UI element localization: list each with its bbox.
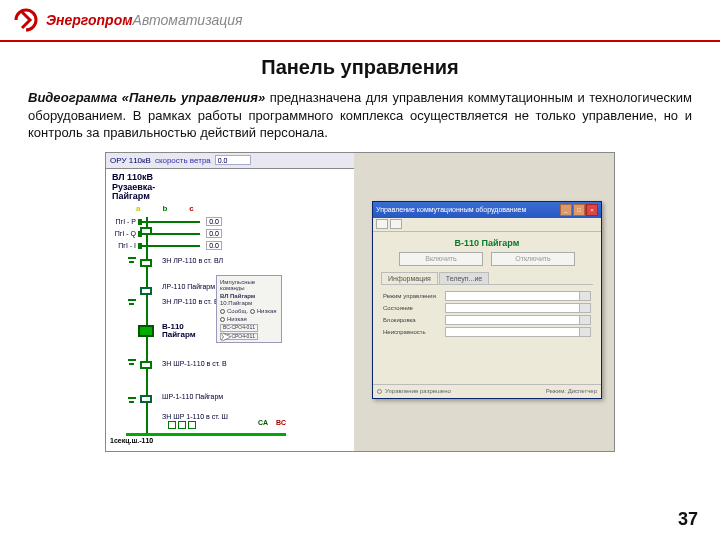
topbar-value-box: 0.0 [215,155,251,165]
small-disconnectors [168,415,198,433]
tab-strip: Информация Телеуп...ие [381,272,593,285]
ground-symbol [128,257,136,267]
page-header: ЭнергопромАвтоматизация [0,0,720,42]
scada-body: ВЛ 110кВ Рузаевка- Пайгарм a b c ПгI - P… [106,169,354,258]
brand-text: ЭнергопромАвтоматизация [46,12,243,28]
tab-telecontrol[interactable]: Телеуп...ие [439,272,489,284]
disconnector-symbol[interactable] [140,287,152,295]
device-name: В-110 Пайгарм [381,238,593,248]
topbar-section-label: ОРУ 110кВ [110,156,151,165]
dropdown[interactable] [445,327,591,337]
page-number: 37 [678,509,698,530]
dropdown[interactable] [445,291,591,301]
switch-symbol[interactable] [140,227,152,235]
field-label: Режим управления [383,293,445,299]
toolbar-button[interactable] [376,219,388,229]
node-label: ЗН ЛР-110 в ст. ВЛ [162,257,223,264]
phase-c: c [189,204,193,213]
feeder-caption: ВЛ 110кВ Рузаевка- Пайгарм [112,173,348,203]
brand-part2: Автоматизация [133,12,243,28]
logo-icon [12,6,40,34]
node-label: ЛР-110 Пайгарм [162,283,215,290]
tab-info[interactable]: Информация [381,272,438,284]
field-label: Неисправность [383,329,445,335]
bus-line [140,245,200,247]
breaker-label: В-110Пайгарм [162,323,196,339]
phase-labels: a b c [136,204,348,213]
dropdown[interactable] [445,315,591,325]
dialog-toolbar [373,218,601,232]
node-label: ШР-1-110 Пайгарм [162,393,223,400]
busbar-label: 1секц.ш.-110 [110,437,153,444]
scada-panel: ОРУ 110кВ скорость ветра 0.0 ВЛ 110кВ Ру… [106,153,354,451]
disconnector-symbol[interactable] [140,361,152,369]
breaker-symbol[interactable] [138,325,154,337]
cursor-icon: ➤ [220,329,231,344]
turn-on-button[interactable]: Включить [399,252,483,266]
status-bullet-icon [377,389,382,394]
dialog-titlebar[interactable]: Управление коммутационным оборудованием … [373,202,601,218]
phase-tag-ca: CA [258,419,268,426]
page-title: Панель управления [0,56,720,79]
bus-line [140,221,200,223]
disconnector-symbol[interactable] [140,259,152,267]
field-label: Состояние [383,305,445,311]
scada-topbar: ОРУ 110кВ скорость ветра 0.0 [106,153,354,169]
dialog-body: В-110 Пайгарм Включить Отключить Информа… [373,232,601,349]
ground-symbol [128,299,136,309]
dialog-title: Управление коммутационным оборудованием [376,206,560,213]
screenshot-figure: ОРУ 110кВ скорость ветра 0.0 ВЛ 110кВ Ру… [105,152,615,452]
brand-part1: Энергопром [46,12,133,28]
node-label: ЗН ЛР-110 в ст. В [162,298,219,305]
control-dialog: Управление коммутационным оборудованием … [372,201,602,399]
ground-symbol [128,397,136,407]
close-icon[interactable]: × [586,204,598,216]
dialog-statusbar: Управление разрешено Режим: Диспетчер [373,384,601,398]
field-label: Блокировка [383,317,445,323]
phase-b: b [162,204,167,213]
turn-off-button[interactable]: Отключить [491,252,575,266]
node-label: ЗН ШР-1-110 в ст. В [162,360,227,367]
toolbar-button[interactable] [390,219,402,229]
description: Видеограмма «Панель управления» предназн… [0,89,720,142]
minimize-icon[interactable]: _ [560,204,572,216]
description-emphasis: Видеограмма «Панель управления» [28,90,265,105]
info-form: Режим управления Состояние Блокировка Не… [381,285,593,343]
dropdown[interactable] [445,303,591,313]
phase-tag-bc: BC [276,419,286,426]
ground-symbol [128,359,136,369]
maximize-icon[interactable]: □ [573,204,585,216]
topbar-hint: скорость ветра [155,156,211,165]
busbar [126,433,286,436]
phase-a: a [136,204,140,213]
disconnector-symbol[interactable] [140,395,152,403]
